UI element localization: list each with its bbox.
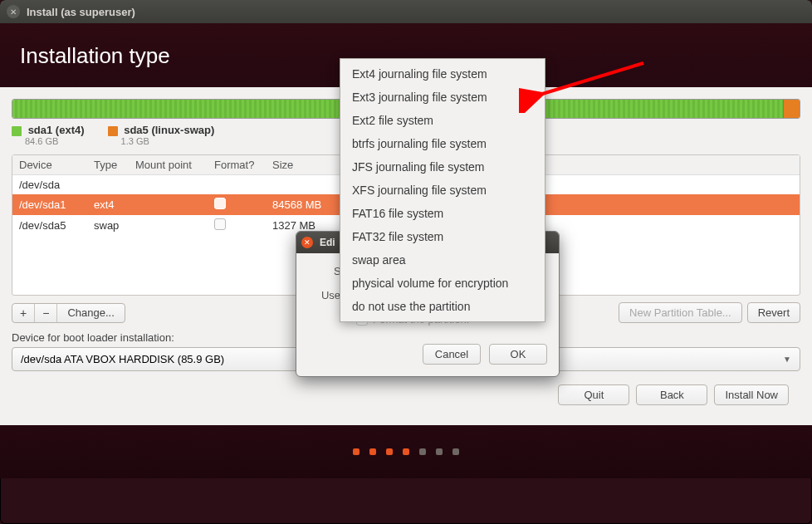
partition-tool-group: + − Change... xyxy=(12,303,125,323)
cell-device: /dev/sda5 xyxy=(12,215,87,236)
format-checkbox[interactable] xyxy=(214,198,226,209)
legend-name: sda1 (ext4) xyxy=(28,124,85,136)
col-size[interactable]: Size xyxy=(266,155,340,175)
cell-type: ext4 xyxy=(87,194,129,215)
cell-type: swap xyxy=(87,215,129,236)
revert-button[interactable]: Revert xyxy=(747,302,800,323)
cell-mount xyxy=(129,175,208,195)
col-mount[interactable]: Mount point xyxy=(129,155,208,175)
step-dot xyxy=(452,448,459,455)
window-close-button[interactable]: ✕ xyxy=(7,5,20,18)
fs-option-btrfs[interactable]: btrfs journaling file system xyxy=(340,132,545,155)
fs-option-ext2[interactable]: Ext2 file system xyxy=(340,109,545,132)
step-dot xyxy=(353,448,360,455)
fs-option-xfs[interactable]: XFS journaling file system xyxy=(340,179,545,202)
step-dot xyxy=(369,448,376,455)
window-title: Install (as superuser) xyxy=(27,6,135,18)
cell-format[interactable] xyxy=(208,215,266,236)
quit-button[interactable]: Quit xyxy=(558,384,629,405)
dialog-title: Edi xyxy=(320,237,335,248)
legend-name: sda5 (linux-swap) xyxy=(124,124,214,136)
legend-size: 84.6 GB xyxy=(25,136,85,146)
back-button[interactable]: Back xyxy=(636,384,707,405)
legend-swatch xyxy=(12,126,22,136)
cell-mount xyxy=(129,194,208,215)
col-device[interactable]: Device xyxy=(12,155,87,175)
dialog-ok-button[interactable]: OK xyxy=(489,344,547,365)
fs-option-swap[interactable]: swap area xyxy=(340,248,545,272)
step-dot xyxy=(436,448,443,455)
remove-partition-button[interactable]: − xyxy=(35,304,57,322)
new-partition-table-button[interactable]: New Partition Table... xyxy=(619,302,742,323)
cell-mount xyxy=(129,215,208,236)
col-format[interactable]: Format? xyxy=(208,155,266,175)
cell-format[interactable] xyxy=(208,194,266,215)
dialog-cancel-button[interactable]: Cancel xyxy=(423,344,481,365)
fs-option-fat16[interactable]: FAT16 file system xyxy=(340,202,545,225)
legend-swatch xyxy=(108,126,118,136)
cell-device: /dev/sda xyxy=(12,175,87,195)
fs-option-jfs[interactable]: JFS journaling file system xyxy=(340,155,545,179)
fs-option-fat32[interactable]: FAT32 file system xyxy=(340,225,545,248)
progress-dots xyxy=(0,425,812,478)
install-now-button[interactable]: Install Now xyxy=(714,384,789,405)
cell-device: /dev/sda1 xyxy=(12,194,87,215)
step-dot xyxy=(386,448,393,455)
fs-option-donotuse[interactable]: do not use the partition xyxy=(340,295,545,318)
window-titlebar: ✕ Install (as superuser) xyxy=(0,0,812,23)
cell-format xyxy=(208,175,266,195)
step-dot xyxy=(403,448,409,455)
dialog-close-button[interactable]: ✕ xyxy=(301,237,313,248)
step-dot xyxy=(419,448,426,455)
fs-option-ext3[interactable]: Ext3 journaling file system xyxy=(340,86,545,109)
legend-size: 1.3 GB xyxy=(121,136,215,146)
partition-segment-sda5 xyxy=(784,100,800,118)
cell-size xyxy=(266,175,340,195)
cell-type xyxy=(87,175,129,195)
legend-item-sda1: sda1 (ext4) 84.6 GB xyxy=(12,124,85,146)
format-checkbox[interactable] xyxy=(214,218,226,230)
add-partition-button[interactable]: + xyxy=(12,304,35,322)
fs-option-ext4[interactable]: Ext4 journaling file system xyxy=(340,62,545,86)
filesystem-select-menu[interactable]: Ext4 journaling file system Ext3 journal… xyxy=(340,58,545,322)
change-partition-button[interactable]: Change... xyxy=(57,304,124,322)
legend-item-sda5: sda5 (linux-swap) 1.3 GB xyxy=(108,124,215,146)
chevron-down-icon: ▼ xyxy=(783,355,791,364)
bootloader-device-value: /dev/sda ATA VBOX HARDDISK (85.9 GB) xyxy=(21,353,224,365)
cell-size: 84568 MB xyxy=(266,194,340,215)
col-type[interactable]: Type xyxy=(87,155,129,175)
fs-option-encryption[interactable]: physical volume for encryption xyxy=(340,272,545,295)
